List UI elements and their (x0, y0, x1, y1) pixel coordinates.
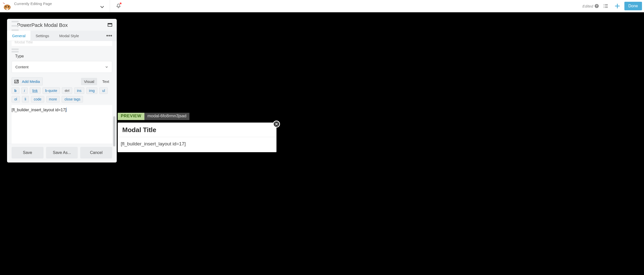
save-as-button[interactable]: Save As... (46, 147, 78, 158)
help-icon: ? (595, 4, 599, 8)
quicktags-toolbar: b i link b-quote del ins img ul ol li co… (12, 87, 112, 102)
type-select-value: Content (15, 65, 105, 69)
content-editor[interactable]: [fl_builder_insert_layout id=17] (12, 105, 112, 144)
qt-link-button[interactable]: link (30, 87, 41, 94)
qt-italic-button[interactable]: i (21, 87, 28, 94)
preview-modal-id: modal-6fo8rmn3jsad (144, 113, 189, 120)
add-content-button[interactable] (613, 2, 622, 11)
beaver-logo[interactable] (1, 1, 13, 12)
edited-label-text: Edited (582, 4, 593, 8)
svg-point-5 (603, 4, 604, 5)
mode-visual-button[interactable]: Visual (81, 78, 97, 85)
modal-preview-body: [fl_builder_insert_layout id=17] (118, 137, 276, 152)
type-section-label: Type (15, 54, 117, 59)
panel-tabs: General Settings Modal Style (7, 31, 117, 41)
topbar-right: Edited ? Done (582, 2, 644, 11)
modal-close-button[interactable] (273, 121, 280, 128)
topbar-left: Currently Editing Page (0, 0, 124, 12)
module-settings-panel: PowerPack Modal Box General Settings Mod… (7, 19, 117, 162)
edited-status[interactable]: Edited ? (582, 4, 599, 8)
page-dropdown-toggle[interactable] (97, 2, 107, 12)
outline-button[interactable] (601, 2, 610, 11)
modal-preview-title: Modal Title (122, 126, 272, 134)
qt-del-button[interactable]: del (62, 87, 72, 94)
preview-badge: PREVIEW (118, 113, 144, 120)
panel-scrollbar-thumb[interactable] (113, 116, 115, 146)
qt-more-button[interactable]: more (46, 96, 60, 102)
panel-expand-button[interactable] (108, 23, 112, 28)
section-drag-handle[interactable] (12, 48, 19, 52)
cancel-button[interactable]: Cancel (80, 147, 112, 158)
qt-closetags-button[interactable]: close tags (62, 96, 83, 102)
ellipsis-icon (106, 35, 112, 36)
drag-handle-icon[interactable] (12, 21, 19, 31)
add-media-button[interactable]: Add Media (12, 77, 43, 85)
editor-toolbar: Add Media Visual Text (12, 77, 112, 85)
chevron-down-icon (99, 4, 105, 10)
add-media-label: Add Media (22, 79, 40, 84)
qt-code-button[interactable]: code (31, 96, 44, 102)
tab-more-button[interactable] (102, 31, 117, 41)
editor-content-text: [fl_builder_insert_layout id=17] (12, 108, 66, 112)
title-input-placeholder: Modal Title (15, 41, 33, 44)
text-caret (66, 107, 67, 112)
panel-body: Modal Title Type Content Add Media Visua… (7, 41, 117, 144)
svg-rect-12 (108, 23, 112, 24)
panel-title: PowerPack Modal Box (17, 22, 68, 28)
svg-rect-4 (6, 9, 8, 10)
svg-point-7 (603, 6, 604, 7)
window-icon (108, 23, 112, 27)
qt-li-button[interactable]: li (22, 96, 29, 102)
tab-general[interactable]: General (7, 31, 30, 41)
svg-point-3 (8, 6, 9, 8)
qt-bold-button[interactable]: b (12, 87, 19, 94)
svg-rect-10 (605, 7, 608, 8)
editor-mode-switch: Visual Text (81, 78, 112, 85)
modal-preview-header: Modal Title (118, 123, 276, 137)
topbar: Currently Editing Page Edited ? Done (0, 0, 644, 12)
modal-preview: Modal Title [fl_builder_insert_layout id… (118, 123, 276, 152)
save-button[interactable]: Save (12, 147, 44, 158)
svg-point-2 (6, 6, 7, 8)
panel-header[interactable]: PowerPack Modal Box (7, 19, 117, 31)
svg-rect-6 (605, 4, 608, 5)
qt-img-button[interactable]: img (86, 87, 98, 94)
svg-point-9 (603, 7, 604, 8)
topbar-divider (110, 0, 110, 12)
qt-ins-button[interactable]: ins (74, 87, 84, 94)
svg-point-15 (110, 35, 112, 36)
title-input-partial[interactable]: Modal Title (12, 41, 112, 46)
tab-settings[interactable]: Settings (30, 31, 54, 41)
done-button[interactable]: Done (624, 2, 642, 10)
outline-icon (603, 3, 609, 9)
media-icon (14, 79, 19, 84)
tab-modal-style[interactable]: Modal Style (54, 31, 84, 41)
svg-rect-8 (605, 6, 608, 6)
svg-point-13 (106, 35, 108, 36)
beaver-icon (2, 1, 12, 11)
qt-ol-button[interactable]: ol (12, 96, 20, 102)
type-select[interactable]: Content (12, 61, 112, 73)
notifications-button[interactable] (113, 1, 124, 11)
qt-ul-button[interactable]: ul (99, 87, 108, 94)
page-title: Currently Editing Page (14, 2, 52, 6)
chevron-down-icon (105, 65, 108, 69)
svg-point-14 (108, 35, 110, 36)
preview-label-strip: PREVIEW modal-6fo8rmn3jsad (118, 113, 189, 120)
mode-text-button[interactable]: Text (99, 78, 112, 85)
close-icon (275, 123, 278, 126)
qt-bquote-button[interactable]: b-quote (43, 87, 60, 94)
panel-footer: Save Save As... Cancel (7, 144, 117, 162)
plus-icon (614, 3, 620, 9)
